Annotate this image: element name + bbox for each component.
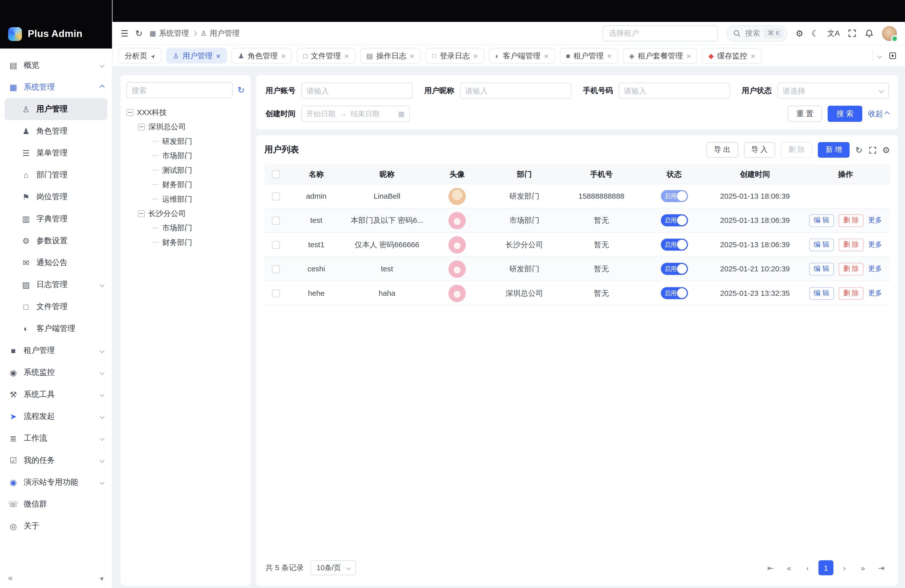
tab[interactable]: ♙ 用户管理 (167, 48, 227, 64)
table-refresh-icon[interactable]: ↻ (855, 146, 862, 154)
pagination-fast-next-button[interactable]: » (856, 560, 870, 575)
sidebar-item[interactable]: ✉ 通知公告 (0, 252, 112, 273)
sidebar-item[interactable]: ➤ 流程发起 (0, 405, 112, 427)
pin-icon[interactable] (99, 573, 104, 582)
sidebar-item[interactable]: ▥ 字典管理 (0, 208, 112, 230)
tree-collapse-icon[interactable] (138, 123, 145, 130)
tab[interactable]: ∷ 登录日志 (426, 48, 484, 64)
breadcrumb-root[interactable]: ▦ 系统管理 (149, 28, 189, 38)
tree-node[interactable]: 财务部门 (127, 235, 245, 250)
sidebar-item[interactable]: ☑ 我的任务 (0, 450, 112, 471)
table-fullscreen-icon[interactable] (868, 146, 876, 154)
sidebar-item[interactable]: ▦ 系统管理 (0, 76, 112, 98)
phone-input[interactable] (619, 83, 730, 99)
tab[interactable]: ◐ 客户端管理 (489, 48, 555, 64)
tab-overflow-chevron-icon[interactable] (877, 53, 882, 58)
delete-button[interactable]: 删 除 (838, 262, 864, 275)
status-select-input[interactable] (778, 83, 889, 99)
status-toggle[interactable]: 启用 (660, 214, 688, 226)
import-button[interactable]: 导 入 (744, 142, 775, 158)
sidebar-item[interactable]: ☏ 微信群 (0, 493, 112, 515)
edit-button[interactable]: 编 辑 (809, 214, 834, 227)
breadcrumb-current[interactable]: ♙ 用户管理 (201, 28, 240, 38)
tree-search-input[interactable] (127, 82, 233, 98)
user-avatar[interactable] (882, 25, 897, 41)
status-select[interactable] (778, 83, 889, 99)
sidebar-item[interactable]: ◎ 关于 (0, 515, 112, 537)
sidebar-item[interactable]: □ 文件管理 (0, 296, 112, 318)
edit-button[interactable]: 编 辑 (809, 238, 834, 251)
sidebar-item[interactable]: ■ 租户管理 (0, 340, 112, 361)
pagination-fast-prev-button[interactable]: « (781, 560, 797, 575)
sidebar-item[interactable]: ▨ 日志管理 (0, 274, 112, 296)
pagination-last-button[interactable]: ⇥ (874, 560, 889, 575)
tree-collapse-icon[interactable] (138, 210, 145, 217)
tree-node[interactable]: 市场部门 (127, 148, 245, 163)
close-icon[interactable] (544, 52, 549, 60)
tree-node[interactable]: 研发部门 (127, 134, 245, 148)
delete-button[interactable]: 删 除 (781, 142, 812, 158)
delete-button[interactable]: 删 除 (838, 214, 864, 227)
close-icon[interactable] (281, 52, 286, 60)
translate-icon[interactable]: 文A (827, 29, 840, 37)
status-toggle[interactable]: 启用 (660, 287, 688, 299)
tab[interactable]: ■ 租户管理 (560, 48, 618, 64)
tree-node[interactable]: 财务部门 (127, 177, 245, 192)
sidebar-item[interactable]: ◐ 客户端管理 (0, 318, 112, 340)
more-button[interactable]: 更多 (868, 264, 882, 274)
fullscreen-icon[interactable] (848, 29, 856, 38)
close-icon[interactable] (473, 52, 478, 60)
date-range-picker[interactable]: 开始日期 → 结束日期 ▦ (301, 106, 410, 122)
tree-node[interactable]: 市场部门 (127, 221, 245, 235)
row-checkbox[interactable] (272, 265, 280, 273)
row-checkbox[interactable] (272, 216, 280, 224)
close-icon[interactable] (751, 52, 756, 60)
tree-refresh-icon[interactable]: ↻ (238, 85, 245, 95)
sidebar-item[interactable]: ⚒ 系统工具 (0, 383, 112, 405)
more-button[interactable]: 更多 (868, 288, 882, 298)
refresh-icon[interactable]: ↻ (135, 29, 143, 38)
delete-button[interactable]: 删 除 (838, 238, 864, 251)
pagination-prev-button[interactable]: ‹ (800, 560, 815, 575)
tree-node[interactable]: 测试部门 (127, 163, 245, 177)
tree-node[interactable]: 运维部门 (127, 192, 245, 206)
more-button[interactable]: 更多 (868, 240, 882, 250)
tab[interactable]: ◆ 缓存监控 (702, 48, 762, 64)
sidebar-item[interactable]: ♟ 角色管理 (0, 120, 112, 142)
status-toggle[interactable]: 启用 (660, 190, 688, 202)
search-button[interactable]: 搜 索 (828, 106, 862, 122)
export-button[interactable]: 导 出 (707, 142, 738, 158)
page-size-select[interactable]: 10条/页 (311, 560, 356, 575)
reset-button[interactable]: 重 置 (788, 106, 822, 122)
close-icon[interactable] (607, 52, 612, 60)
close-icon[interactable] (216, 52, 221, 60)
close-icon[interactable] (686, 52, 691, 60)
tree-node[interactable]: 长沙分公司 (127, 206, 245, 221)
pagination-first-button[interactable]: ⇤ (763, 560, 778, 575)
sidebar-item[interactable]: ☰ 菜单管理 (0, 142, 112, 164)
tab[interactable]: ◈ 租户套餐管理 (623, 48, 697, 64)
row-checkbox[interactable] (272, 192, 280, 200)
status-toggle[interactable]: 启用 (660, 238, 688, 251)
collapse-filters-link[interactable]: 收起 (868, 109, 889, 119)
tab[interactable]: ▤ 操作日志 (360, 48, 421, 64)
nickname-input[interactable] (460, 83, 572, 99)
hamburger-icon[interactable]: ☰ (121, 29, 129, 38)
tab[interactable]: ♟ 角色管理 (232, 48, 292, 64)
sidebar-item[interactable]: ⌂ 部门管理 (0, 164, 112, 186)
tab[interactable]: □ 文件管理 (297, 48, 356, 64)
sidebar-item[interactable]: ▤ 概览 (0, 54, 112, 76)
edit-button[interactable]: 编 辑 (809, 287, 834, 300)
select-all-checkbox[interactable] (272, 170, 280, 178)
global-search-button[interactable]: 搜索 ⌘ K (726, 25, 788, 41)
gear-icon[interactable]: ⚙ (795, 29, 803, 38)
add-button[interactable]: 新 增 (818, 142, 849, 158)
content-screenshot-icon[interactable] (888, 51, 897, 60)
sidebar-item[interactable]: ⚑ 岗位管理 (0, 186, 112, 208)
sidebar-item[interactable]: ♙ 用户管理 (5, 98, 107, 120)
sidebar-item[interactable]: ◉ 系统监控 (0, 362, 112, 383)
bell-icon[interactable] (865, 29, 874, 38)
sidebar-item[interactable]: ⚙ 参数设置 (0, 230, 112, 252)
row-checkbox[interactable] (272, 289, 280, 297)
row-checkbox[interactable] (272, 241, 280, 249)
